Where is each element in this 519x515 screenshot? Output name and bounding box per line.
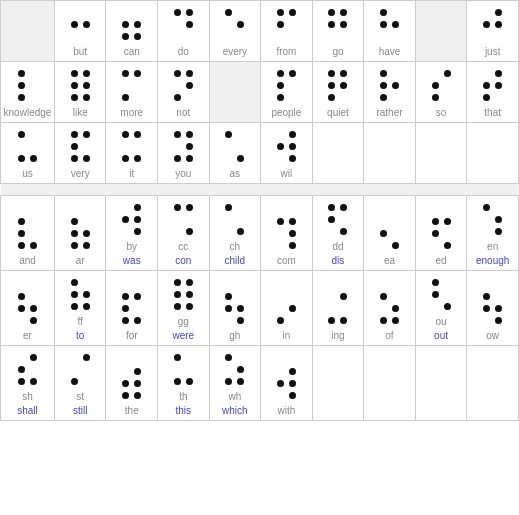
dot-grid <box>172 202 194 236</box>
dot-filled <box>83 354 90 361</box>
dot-filled <box>30 155 37 162</box>
cell-label: can <box>124 45 140 59</box>
dot-empty <box>81 31 88 38</box>
dot-filled <box>71 155 78 162</box>
gap-cell <box>261 184 313 196</box>
cell-content: knowledge <box>2 64 53 120</box>
dot-filled <box>174 131 181 138</box>
dot-grid <box>275 216 297 250</box>
dot-filled <box>289 392 296 399</box>
cell-label: not <box>176 106 190 120</box>
dot-empty <box>275 291 282 298</box>
braille-cell: the <box>106 346 158 421</box>
label-line: sh <box>17 390 38 404</box>
dot-empty <box>442 80 449 87</box>
dot-empty <box>390 366 397 373</box>
dot-filled <box>380 94 387 101</box>
cell-content <box>417 125 466 181</box>
dot-grid <box>69 7 91 41</box>
dot-empty <box>81 277 88 284</box>
dot-filled <box>122 70 129 77</box>
dot-grid <box>327 202 349 236</box>
dot-grid <box>69 277 91 311</box>
dot-grid <box>482 291 504 325</box>
dot-filled <box>186 143 193 150</box>
label-line: th <box>176 390 192 404</box>
dot-empty <box>121 80 128 87</box>
braille-cell <box>364 346 416 421</box>
cell-content: ggwere <box>159 273 208 343</box>
dot-filled <box>340 317 347 324</box>
dot-filled <box>174 354 181 361</box>
braille-cell: from <box>261 1 313 62</box>
dot-filled <box>277 21 284 28</box>
label-line: ou <box>434 315 448 329</box>
dot-empty <box>430 31 437 38</box>
braille-cell: of <box>364 271 416 346</box>
dot-filled <box>134 368 141 375</box>
dot-filled <box>134 317 141 324</box>
dot-grid <box>69 216 91 250</box>
dot-empty <box>28 68 35 75</box>
dot-empty <box>390 228 397 235</box>
braille-cell: ow <box>467 271 519 346</box>
cell-label: and <box>19 254 36 268</box>
braille-cell: as <box>209 123 261 184</box>
dot-filled <box>392 82 399 89</box>
dot-empty <box>494 92 501 99</box>
dot-grid <box>172 7 194 41</box>
cell-content: so <box>417 64 466 120</box>
braille-cell: it <box>106 123 158 184</box>
cell-content: more <box>107 64 156 120</box>
braille-cell: that <box>467 62 519 123</box>
braille-cell <box>209 62 261 123</box>
dot-empty <box>172 141 179 148</box>
braille-cell: so <box>415 62 467 123</box>
gap-cell <box>106 184 158 196</box>
gap-cell <box>54 184 106 196</box>
dot-filled <box>18 305 25 312</box>
cell-label: for <box>126 329 138 343</box>
cell-content <box>468 362 517 418</box>
dot-empty <box>236 291 243 298</box>
gap-cell <box>312 184 364 196</box>
label-line: which <box>222 404 248 418</box>
cell-label: people <box>271 106 301 120</box>
dot-filled <box>225 354 232 361</box>
dot-filled <box>122 33 129 40</box>
dot-filled <box>237 21 244 28</box>
dot-filled <box>225 204 232 211</box>
gap-cell <box>467 184 519 196</box>
dot-empty <box>494 202 501 209</box>
braille-cell: you <box>158 123 210 184</box>
dot-filled <box>122 392 129 399</box>
cell-label: more <box>120 106 143 120</box>
dot-filled <box>495 216 502 223</box>
dot-grid <box>482 202 504 236</box>
cell-label: it <box>129 167 134 181</box>
dot-filled <box>18 366 25 373</box>
cell-content: not <box>159 64 208 120</box>
braille-cell: ar <box>54 196 106 271</box>
cell-label: every <box>223 45 247 59</box>
dot-empty <box>482 366 489 373</box>
dot-empty <box>28 80 35 87</box>
dot-filled <box>71 242 78 249</box>
dot-filled <box>186 21 193 28</box>
cell-content <box>365 125 414 181</box>
braille-cell: ed <box>415 196 467 271</box>
dot-filled <box>71 230 78 237</box>
dot-filled <box>495 82 502 89</box>
label-line: shall <box>17 404 38 418</box>
cell-label: dddis <box>332 240 345 268</box>
dot-empty <box>28 364 35 371</box>
braille-cell: people <box>261 62 313 123</box>
dot-filled <box>83 155 90 162</box>
dot-empty <box>482 7 489 14</box>
dot-filled <box>495 317 502 324</box>
dot-empty <box>275 228 282 235</box>
dot-filled <box>277 380 284 387</box>
cell-label: ow <box>486 329 499 343</box>
cell-content: every <box>211 3 260 59</box>
dot-filled <box>237 155 244 162</box>
